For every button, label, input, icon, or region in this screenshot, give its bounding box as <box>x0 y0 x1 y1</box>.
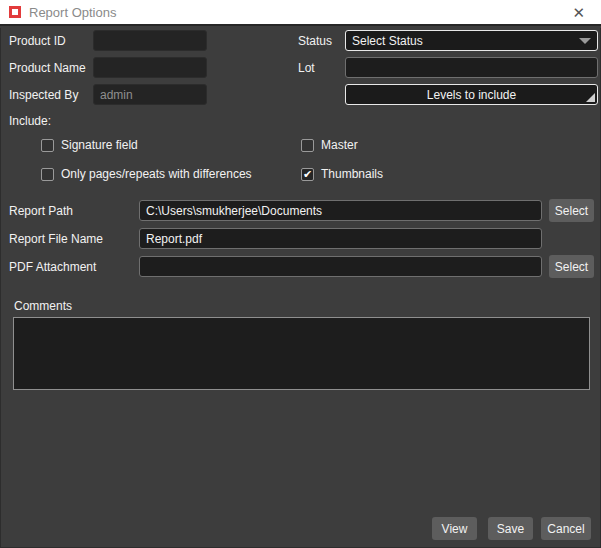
report-path-select-button[interactable]: Select <box>549 199 594 222</box>
chevron-down-icon <box>579 38 591 44</box>
report-file-name-label: Report File Name <box>9 232 103 246</box>
inspected-by-input[interactable] <box>93 84 207 105</box>
pdf-attachment-select-button[interactable]: Select <box>549 255 594 278</box>
lot-input[interactable] <box>345 57 598 78</box>
report-path-input[interactable] <box>139 200 542 221</box>
pdf-attachment-input[interactable] <box>139 256 542 277</box>
pdf-attachment-label: PDF Attachment <box>9 260 96 274</box>
levels-to-include-label: Levels to include <box>427 88 516 102</box>
checkbox-label: Master <box>321 138 358 152</box>
status-dropdown[interactable]: Select Status <box>345 30 598 51</box>
checkbox-label: Signature field <box>61 138 138 152</box>
levels-to-include-button[interactable]: Levels to include <box>345 84 598 105</box>
lot-label: Lot <box>298 61 315 75</box>
checkbox-icon <box>41 139 54 152</box>
save-button[interactable]: Save <box>488 517 533 540</box>
titlebar: Report Options ✕ <box>0 0 601 26</box>
product-id-label: Product ID <box>9 34 66 48</box>
comments-textarea[interactable] <box>13 317 590 390</box>
checkbox-label: Thumbnails <box>321 167 383 181</box>
window-title: Report Options <box>29 5 116 20</box>
report-file-name-input[interactable] <box>139 228 542 249</box>
checkbox-only-pages-repeats-with-differences[interactable]: Only pages/repeats with differences <box>41 167 252 181</box>
dialog-body: Product ID Status Select Status Product … <box>0 28 601 548</box>
checkbox-signature-field[interactable]: Signature field <box>41 138 138 152</box>
report-options-dialog: Report Options ✕ Product ID Status Selec… <box>0 0 601 548</box>
include-section-label: Include: <box>9 114 51 128</box>
checkbox-thumbnails[interactable]: ✔ Thumbnails <box>301 167 383 181</box>
comments-label: Comments <box>14 299 72 313</box>
product-id-input[interactable] <box>93 30 207 51</box>
close-icon[interactable]: ✕ <box>568 3 589 22</box>
status-label: Status <box>298 34 332 48</box>
app-logo-icon <box>9 6 21 18</box>
checkbox-checked-icon: ✔ <box>301 168 314 181</box>
checkbox-master[interactable]: Master <box>301 138 358 152</box>
product-name-input[interactable] <box>93 57 207 78</box>
product-name-label: Product Name <box>9 61 86 75</box>
view-button[interactable]: View <box>432 517 477 540</box>
cancel-button[interactable]: Cancel <box>541 517 591 540</box>
checkbox-icon <box>41 168 54 181</box>
report-path-label: Report Path <box>9 204 73 218</box>
checkbox-label: Only pages/repeats with differences <box>61 167 252 181</box>
corner-triangle-icon <box>586 93 595 102</box>
checkbox-icon <box>301 139 314 152</box>
status-dropdown-value: Select Status <box>352 34 423 48</box>
inspected-by-label: Inspected By <box>9 88 78 102</box>
